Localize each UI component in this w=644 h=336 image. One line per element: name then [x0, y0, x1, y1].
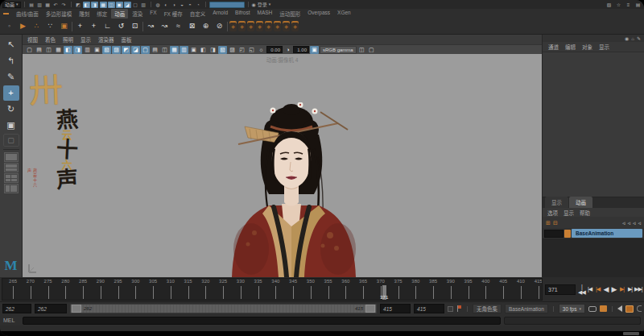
fps-dropdown[interactable]: 30 fps ▾ — [559, 304, 585, 313]
go-to-end-button[interactable]: ▶▶| — [634, 286, 642, 292]
layer-editor-menu-帮助[interactable]: 帮助 — [580, 209, 590, 217]
shelf-tab-多边形建模[interactable]: 多边形建模 — [43, 9, 76, 19]
character-model[interactable] — [217, 102, 370, 277]
anim-snapshot-icon[interactable]: ≈ — [172, 20, 184, 32]
panel-menu-视图[interactable]: 视图 — [27, 35, 38, 44]
hypershade-icon[interactable]: ◔ — [195, 2, 202, 8]
shelf-tab-雕刻[interactable]: 雕刻 — [76, 9, 93, 19]
ghosting-icon[interactable]: ∵ — [44, 20, 56, 32]
custom-shelf-icon[interactable]: ◆ — [265, 21, 272, 31]
playback-start-field[interactable]: 262 — [35, 304, 67, 313]
new-scene-icon[interactable]: ▤ — [28, 2, 35, 8]
snap-grid-icon[interactable]: ▦ — [100, 2, 107, 8]
panel-menu-着色[interactable]: 着色 — [45, 35, 56, 44]
step-back-key-button[interactable]: |◀ — [594, 286, 601, 292]
layout-four-pane-button[interactable] — [4, 173, 19, 183]
select-hierarchy-icon[interactable]: ◩ — [75, 2, 82, 8]
mute-audio-icon[interactable] — [617, 305, 622, 312]
viewport[interactable]: 动画:摄像机 4 卅 燕 云 十 六 声 燕云十六声 — [23, 54, 542, 277]
paint-select-tool-icon[interactable]: ✎ — [3, 69, 19, 85]
animation-end-field[interactable]: 415 — [414, 304, 444, 313]
resize-grip[interactable] — [623, 332, 639, 335]
lasso-select-tool-icon[interactable]: ↰ — [3, 53, 19, 68]
quick-selection-field[interactable] — [209, 2, 245, 8]
animation-start-field[interactable]: 262 — [2, 304, 31, 313]
anim-layer-dropdown[interactable]: BaseAnimation — [505, 304, 548, 313]
minimize-shelf-icon[interactable] — [3, 13, 9, 15]
custom-shelf-icon[interactable]: ◆ — [229, 21, 237, 31]
layer-weight-key-button[interactable] — [564, 230, 571, 238]
shelf-tab-曲线-曲面[interactable]: 曲线/曲面 — [13, 9, 42, 19]
sign-in-dropdown[interactable]: ◉ 登录 ▾ — [252, 1, 271, 8]
range-slider[interactable]: 262 415 — [70, 304, 377, 313]
set-key-icon[interactable]: + — [74, 20, 86, 32]
edit-icon[interactable]: ✎ — [637, 36, 641, 41]
shelf-tab-xgen[interactable]: XGen — [334, 9, 354, 19]
channel-box-menu-编辑[interactable]: 编辑 — [565, 43, 576, 51]
select-component-icon[interactable]: ◨ — [91, 2, 98, 8]
graph-editor-icon[interactable]: ↝ — [145, 20, 157, 32]
icon[interactable]: ◨ — [73, 46, 82, 54]
layer-solo-icon[interactable]: ◃ — [627, 220, 630, 226]
playback-end-field[interactable]: 415 — [380, 304, 411, 313]
hold-current-keys-icon[interactable]: ⊡ — [129, 20, 141, 32]
channel-box-menu-通道[interactable]: 通道 — [548, 43, 559, 51]
time-ruler[interactable]: 2652702752802852902953003053103153203253… — [2, 278, 543, 301]
icon[interactable]: ▢ — [141, 46, 150, 54]
custom-shelf-icon[interactable]: ◆ — [283, 21, 290, 31]
last-tool-icon[interactable]: ▢ — [3, 134, 19, 147]
icon[interactable]: ▥ — [83, 46, 92, 54]
custom-shelf-icon[interactable]: ◆ — [256, 21, 263, 31]
paint-effects-icon[interactable]: ◓ — [187, 2, 194, 8]
layer-weight-field[interactable] — [544, 230, 564, 238]
step-forward-key-button[interactable]: ▶| — [618, 286, 625, 292]
icon[interactable]: ▢ — [367, 46, 376, 54]
icon[interactable]: ▢ — [25, 46, 34, 54]
icon[interactable]: ▥ — [180, 46, 188, 54]
icon[interactable]: ▣ — [189, 46, 198, 54]
shelf-tab-fx[interactable]: FX — [147, 9, 159, 19]
icon[interactable]: ▣ — [93, 46, 101, 54]
shelf-tab-bifrost[interactable]: Bifrost — [232, 9, 253, 19]
layout-single-button[interactable] — [4, 152, 19, 162]
panel-menu-面板[interactable]: 面板 — [122, 35, 132, 44]
view-transform-icon[interactable]: ▣ — [310, 46, 319, 54]
icon[interactable]: ◨ — [208, 46, 217, 54]
open-scene-icon[interactable]: ▥ — [36, 2, 43, 8]
icon[interactable]: ◫ — [44, 46, 53, 54]
modeling-toolkit-icon[interactable]: ▧ — [605, 2, 613, 8]
panel-menu-照明[interactable]: 照明 — [63, 35, 73, 44]
ipr-render-icon[interactable]: ◐ — [163, 2, 170, 8]
command-line-language-button[interactable]: MEL — [3, 317, 19, 323]
create-empty-layer-icon[interactable]: ⊞ — [546, 220, 551, 226]
attribute-editor-icon[interactable]: ▤ — [634, 2, 642, 8]
shelf-tab-运动图形[interactable]: 运动图形 — [276, 9, 303, 19]
move-tool-icon[interactable]: + — [3, 85, 19, 101]
shelf-tab-fx-缓存[interactable]: FX 缓存 — [161, 9, 186, 19]
layout-two-pane-button[interactable] — [4, 163, 19, 172]
icon[interactable]: ◰ — [237, 46, 246, 54]
shelf-tab-arnold[interactable]: Arnold — [209, 9, 231, 19]
icon[interactable]: ▦ — [170, 46, 179, 54]
icon[interactable]: ▨ — [228, 46, 237, 54]
layer-editor-menu-选项[interactable]: 选项 — [547, 209, 558, 217]
layer-editor-tab-动画[interactable]: 动画 — [569, 197, 592, 208]
shelf-tab-渲染[interactable]: 渲染 — [129, 9, 146, 19]
snap-point-icon[interactable]: ▣ — [116, 2, 123, 8]
channel-box-menu-对象[interactable]: 对象 — [582, 43, 592, 51]
select-object-icon[interactable]: ◧ — [83, 2, 90, 8]
range-end-handle[interactable] — [365, 305, 375, 313]
motion-path-icon[interactable]: ⊠ — [186, 20, 198, 32]
select-tool-icon[interactable]: ↖ — [3, 37, 19, 52]
custom-shelf-icon[interactable]: ◆ — [247, 21, 254, 31]
comment-icon[interactable] — [588, 306, 597, 312]
render-settings-icon[interactable]: ◑ — [171, 2, 178, 8]
scale-tool-icon[interactable]: ▣ — [3, 118, 19, 133]
channel-box-menu-显示[interactable]: 显示 — [599, 43, 609, 51]
parent-constraint-icon[interactable]: ⊕ — [200, 20, 212, 32]
icon[interactable]: ◩ — [122, 46, 130, 54]
shelf-tab-mash[interactable]: MASH — [254, 9, 275, 19]
snap-view-icon[interactable]: ▢ — [132, 2, 139, 8]
layer-mute-icon[interactable]: ◃ — [622, 220, 625, 226]
rotate-tool-icon[interactable]: ↻ — [3, 102, 19, 117]
